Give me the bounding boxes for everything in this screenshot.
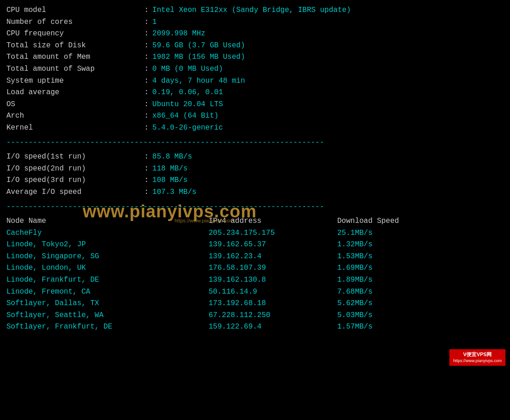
io-avg-value: 107.3 MB/s xyxy=(153,187,197,199)
system-info: CPU model : Intel Xeon E312xx (Sandy Bri… xyxy=(6,5,504,134)
colon-2: : xyxy=(144,17,149,28)
os-row: OS : Ubuntu 20.04 LTS xyxy=(6,99,504,111)
node-speed: 1.53MB/s xyxy=(337,251,373,263)
swap-row: Total amount of Swap : 0 MB (0 MB Used) xyxy=(6,63,504,75)
node-speed: 25.1MB/s xyxy=(337,227,373,239)
node-ip: 67.228.112.250 xyxy=(209,310,337,322)
uptime-row: System uptime : 4 days, 7 hour 48 min xyxy=(6,75,504,87)
colon-10: : xyxy=(144,110,149,122)
mem-row: Total amount of Mem : 1982 MB (156 MB Us… xyxy=(6,51,504,63)
node-name: Linode, Fremont, CA xyxy=(6,286,209,298)
node-speed: 1.69MB/s xyxy=(337,262,373,274)
colon-12: : xyxy=(144,151,149,163)
colon-14: : xyxy=(144,175,149,187)
colon-7: : xyxy=(144,75,149,87)
node-name: Softlayer, Seattle, WA xyxy=(6,310,209,322)
node-speed: 5.03MB/s xyxy=(337,310,373,322)
mem-label: Total amount of Mem xyxy=(6,51,144,63)
cores-row: Number of cores : 1 xyxy=(6,17,504,28)
network-row: Linode, Fremont, CA50.116.14.97.68MB/s xyxy=(6,286,504,298)
colon-6: : xyxy=(144,63,149,75)
badge-line1: V便宜VPS网 xyxy=(453,351,502,358)
io-run2-row: I/O speed(2nd run) : 118 MB/s xyxy=(6,163,504,175)
node-name: Softlayer, Dallas, TX xyxy=(6,298,209,310)
cpu-freq-row: CPU frequency : 2099.998 MHz xyxy=(6,28,504,40)
network-row: Linode, Frankfurt, DE139.162.130.81.89MB… xyxy=(6,274,504,286)
node-ip: 205.234.175.175 xyxy=(209,227,337,239)
node-speed: 1.89MB/s xyxy=(337,274,373,286)
io-run3-row: I/O speed(3rd run) : 108 MB/s xyxy=(6,175,504,187)
colon-5: : xyxy=(144,51,149,63)
disk-value: 59.6 GB (3.7 GB Used) xyxy=(153,40,245,52)
cores-label: Number of cores xyxy=(6,17,144,28)
os-value: Ubuntu 20.04 LTS xyxy=(153,99,223,111)
uptime-label: System uptime xyxy=(6,75,144,87)
colon-3: : xyxy=(144,28,149,40)
node-name: Linode, Singapore, SG xyxy=(6,251,209,263)
io-run1-value: 85.8 MB/s xyxy=(153,151,192,163)
network-row: Linode, Singapore, SG139.162.23.41.53MB/… xyxy=(6,251,504,263)
node-ip: 173.192.68.18 xyxy=(209,298,337,310)
cpu-model-value: Intel Xeon E312xx (Sandy Bridge, IBRS up… xyxy=(153,5,351,17)
io-avg-label: Average I/O speed xyxy=(6,187,144,199)
arch-row: Arch : x86_64 (64 Bit) xyxy=(6,110,504,122)
cpu-model-label: CPU model xyxy=(6,5,144,17)
network-row: CacheFly205.234.175.17525.1MB/s xyxy=(6,227,504,239)
colon-9: : xyxy=(144,99,149,111)
badge-line2: https://www.pianyivps.com xyxy=(453,358,502,364)
colon-11: : xyxy=(144,122,149,134)
node-ip: 139.162.65.37 xyxy=(209,239,337,251)
watermark-url: https://www.pianyivps.com xyxy=(175,217,234,225)
network-row: Linode, London, UK176.58.107.391.69MB/s xyxy=(6,262,504,274)
network-row: Softlayer, Seattle, WA67.228.112.2505.03… xyxy=(6,310,504,322)
node-speed: 1.32MB/s xyxy=(337,239,373,251)
colon-8: : xyxy=(144,87,149,99)
arch-value: x86_64 (64 Bit) xyxy=(153,110,219,122)
node-name: Linode, Tokyo2, JP xyxy=(6,239,209,251)
load-row: Load average : 0.19, 0.06, 0.01 xyxy=(6,87,504,99)
network-row: Softlayer, Frankfurt, DE159.122.69.41.57… xyxy=(6,321,504,333)
node-name: Softlayer, Frankfurt, DE xyxy=(6,321,209,333)
node-name: Linode, London, UK xyxy=(6,262,209,274)
colon-1: : xyxy=(144,5,149,17)
node-speed: 5.62MB/s xyxy=(337,298,373,310)
node-name: CacheFly xyxy=(6,227,209,239)
os-label: OS xyxy=(6,99,144,111)
colon-13: : xyxy=(144,163,149,175)
mem-value: 1982 MB (156 MB Used) xyxy=(153,51,245,63)
disk-row: Total size of Disk : 59.6 GB (3.7 GB Use… xyxy=(6,40,504,52)
io-section: I/O speed(1st run) : 85.8 MB/s I/O speed… xyxy=(6,151,504,198)
network-row: Linode, Tokyo2, JP139.162.65.371.32MB/s xyxy=(6,239,504,251)
arch-label: Arch xyxy=(6,110,144,122)
uptime-value: 4 days, 7 hour 48 min xyxy=(153,75,245,87)
swap-value: 0 MB (0 MB Used) xyxy=(153,63,223,75)
io-run1-row: I/O speed(1st run) : 85.8 MB/s xyxy=(6,151,504,163)
io-run3-value: 108 MB/s xyxy=(153,175,188,187)
divider-1: ----------------------------------------… xyxy=(6,137,504,149)
cpu-model-row: CPU model : Intel Xeon E312xx (Sandy Bri… xyxy=(6,5,504,17)
node-ip: 176.58.107.39 xyxy=(209,262,337,274)
cpu-freq-value: 2099.998 MHz xyxy=(153,28,205,40)
load-label: Load average xyxy=(6,87,144,99)
kernel-label: Kernel xyxy=(6,122,144,134)
colon-15: : xyxy=(144,187,149,199)
io-run3-label: I/O speed(3rd run) xyxy=(6,175,144,187)
io-avg-row: Average I/O speed : 107.3 MB/s xyxy=(6,187,504,199)
swap-label: Total amount of Swap xyxy=(6,63,144,75)
load-value: 0.19, 0.06, 0.01 xyxy=(153,87,223,99)
node-ip: 159.122.69.4 xyxy=(209,321,337,333)
corner-badge: V便宜VPS网 https://www.pianyivps.com xyxy=(449,349,505,366)
network-rows: CacheFly205.234.175.17525.1MB/sLinode, T… xyxy=(6,227,504,333)
colon-4: : xyxy=(144,40,149,52)
disk-label: Total size of Disk xyxy=(6,40,144,52)
node-speed: 7.68MB/s xyxy=(337,286,373,298)
cpu-freq-label: CPU frequency xyxy=(6,28,144,40)
node-ip: 50.116.14.9 xyxy=(209,286,337,298)
network-row: Softlayer, Dallas, TX173.192.68.185.62MB… xyxy=(6,298,504,310)
node-name: Linode, Frankfurt, DE xyxy=(6,274,209,286)
io-run2-value: 118 MB/s xyxy=(153,163,188,175)
network-section: Node Name IPv4 address Download Speed Ca… xyxy=(6,216,504,333)
cores-value: 1 xyxy=(153,17,157,28)
io-run1-label: I/O speed(1st run) xyxy=(6,151,144,163)
col-speed-header: Download Speed xyxy=(337,216,399,227)
